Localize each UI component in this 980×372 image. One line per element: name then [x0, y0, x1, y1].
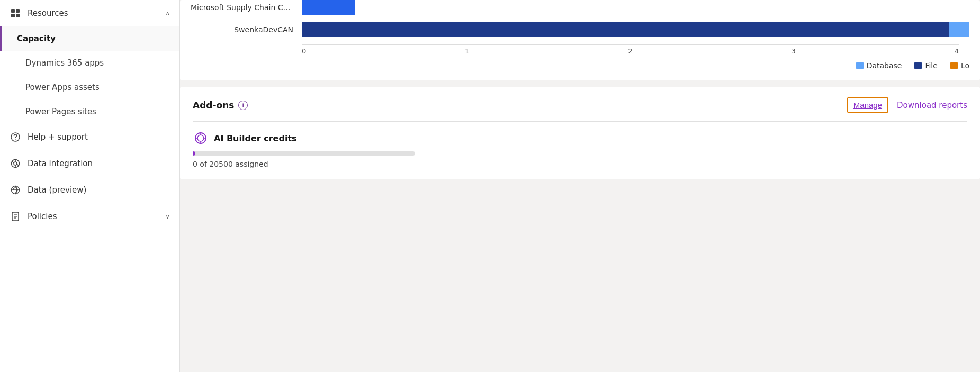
chart-row-supply: Microsoft Supply Chain Center...	[191, 0, 969, 15]
addons-info-icon[interactable]: i	[238, 101, 248, 110]
ai-builder-row: AI Builder credits	[193, 130, 967, 146]
addons-header-left: Add-ons i	[193, 100, 248, 111]
chart-axis-1: 1	[465, 47, 469, 55]
chart-bar-swenka-container	[302, 22, 969, 37]
powerpages-label: Power Pages sites	[25, 107, 96, 116]
addons-header: Add-ons i Manage Download reports	[193, 97, 967, 113]
ai-builder-icon	[193, 130, 209, 146]
addons-header-right: Manage Download reports	[847, 97, 967, 113]
policies-label: Policies	[28, 212, 57, 221]
svg-rect-3	[16, 14, 20, 17]
help-label: Help + support	[28, 132, 88, 142]
chart-axis-4: 4	[955, 47, 959, 55]
sidebar-item-help[interactable]: Help + support	[0, 124, 179, 150]
chart-area: Microsoft Supply Chain Center... SwenkaD…	[180, 0, 980, 55]
powerapps-label: Power Apps assets	[25, 83, 100, 92]
sidebar-item-powerpages[interactable]: Power Pages sites	[0, 99, 179, 124]
ai-builder-label: AI Builder credits	[214, 133, 297, 143]
chart-axis-3: 3	[792, 47, 796, 55]
main-content: Microsoft Supply Chain Center... SwenkaD…	[180, 0, 980, 372]
legend-color-file	[914, 62, 922, 69]
legend-color-database	[856, 62, 864, 69]
sidebar-item-powerapps[interactable]: Power Apps assets	[0, 75, 179, 99]
sidebar-item-data-integration[interactable]: Data integration	[0, 150, 179, 177]
legend-item-lo: Lo	[950, 61, 969, 70]
chart-row-swenka-label: SwenkaDevCAN	[191, 25, 302, 34]
legend-item-database: Database	[856, 61, 902, 70]
progress-label: 0 of 20500 assigned	[193, 160, 268, 168]
svg-point-7	[14, 162, 17, 165]
chart-section: Microsoft Supply Chain Center... SwenkaD…	[180, 0, 980, 80]
addons-section: Add-ons i Manage Download reports	[180, 87, 980, 179]
sidebar-item-dynamics[interactable]: Dynamics 365 apps	[0, 51, 179, 75]
chart-axis: 0 1 2 3 4	[302, 44, 969, 55]
sidebar-item-capacity[interactable]: Capacity	[0, 26, 179, 51]
chart-bar-supply-container	[302, 0, 969, 15]
policies-icon	[10, 211, 21, 222]
download-reports-link[interactable]: Download reports	[897, 101, 967, 110]
legend-label-file: File	[925, 61, 937, 70]
data-integration-label: Data integration	[28, 159, 93, 168]
sidebar-section-resources[interactable]: Resources ∧	[0, 0, 179, 26]
svg-point-5	[15, 139, 16, 140]
chart-axis-2: 2	[628, 47, 632, 55]
legend-label-database: Database	[867, 61, 902, 70]
legend-color-lo	[950, 62, 958, 69]
svg-rect-0	[11, 9, 15, 13]
resources-icon	[10, 7, 21, 19]
manage-button[interactable]: Manage	[847, 97, 888, 113]
addons-title: Add-ons	[193, 100, 234, 111]
chart-row-supply-label: Microsoft Supply Chain Center...	[191, 3, 302, 12]
resources-label: Resources	[28, 8, 68, 18]
sidebar: Resources ∧ Capacity Dynamics 365 apps P…	[0, 0, 180, 372]
policies-chevron-icon: ∨	[165, 213, 170, 220]
svg-rect-2	[11, 14, 15, 17]
chart-axis-inner: 0 1 2 3 4	[302, 44, 959, 55]
chart-bar-swenka	[302, 22, 949, 37]
progress-bar-fill	[193, 151, 195, 156]
sidebar-item-policies[interactable]: Policies ∨	[0, 203, 179, 230]
legend-item-file: File	[914, 61, 937, 70]
chart-bar-supply	[302, 0, 355, 15]
chart-legend: Database File Lo	[180, 55, 980, 70]
dynamics-label: Dynamics 365 apps	[25, 58, 104, 68]
svg-rect-1	[16, 9, 20, 13]
data-preview-label: Data (preview)	[28, 185, 86, 195]
resources-chevron-icon: ∧	[165, 10, 170, 17]
chart-bar-swenka-extra	[949, 22, 969, 37]
data-preview-icon	[10, 184, 21, 196]
data-integration-icon	[10, 158, 21, 169]
chart-axis-0: 0	[302, 47, 306, 55]
sidebar-item-data-preview[interactable]: Data (preview)	[0, 177, 179, 203]
chart-row-swenka: SwenkaDevCAN	[191, 22, 969, 37]
addons-divider	[193, 121, 967, 122]
capacity-label: Capacity	[17, 34, 56, 43]
progress-bar-container	[193, 151, 415, 156]
help-icon	[10, 131, 21, 143]
legend-label-lo: Lo	[961, 61, 969, 70]
svg-point-17	[197, 135, 204, 141]
